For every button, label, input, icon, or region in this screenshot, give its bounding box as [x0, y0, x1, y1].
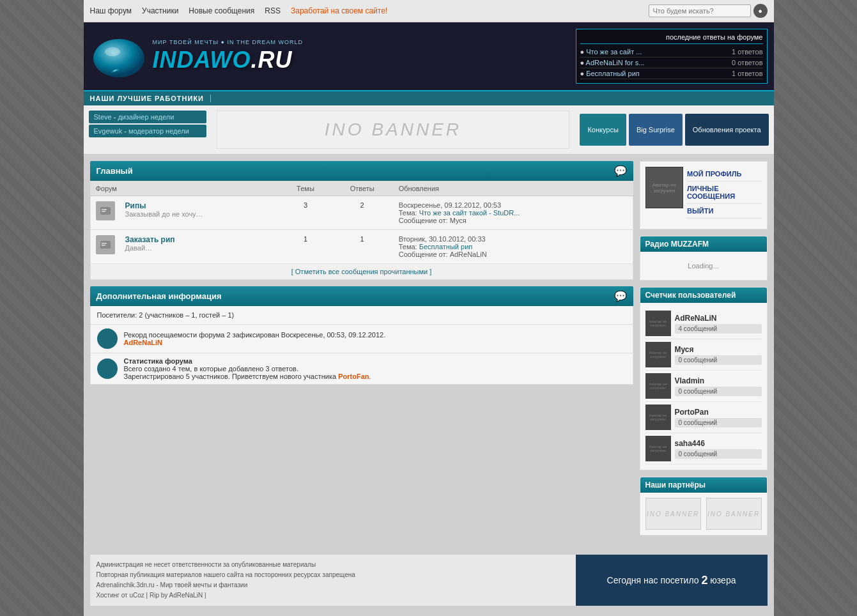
col-forum: Форум	[90, 181, 280, 196]
user-avatar-1: Аватар не загружен	[645, 342, 671, 367]
recent-item-text-1: ● AdReNaLiN for s...	[580, 59, 645, 66]
main-section-title: Главный	[97, 166, 133, 176]
worker-designer-role: дизайнер недели	[118, 113, 174, 121]
user-avatar-3: Аватар не загружен	[645, 404, 671, 430]
additional-info-section: Дополнительная информация 💬 Посетители: …	[90, 286, 633, 385]
workers-row: Steve - дизайнер недели Evgewuk - модера…	[84, 105, 774, 155]
forum-replies-1: 1	[331, 230, 394, 264]
stats-icon	[97, 358, 118, 379]
nav-new-messages[interactable]: Новые сообщения	[189, 6, 254, 15]
nav-members[interactable]: Участники	[142, 6, 178, 15]
stats-text: Статистика форума Всего создано 4 тем, в…	[124, 357, 371, 380]
record-icon	[97, 328, 118, 349]
user-counter-card: Счетчик пользователей Аватар не загружен…	[640, 287, 768, 470]
recent-item-2: ● Бесплатный рип 1 ответов	[580, 68, 763, 79]
search-button[interactable]: ●	[753, 4, 768, 18]
col-replies: Ответы	[331, 181, 394, 196]
site-header: МИР ТВОЕЙ МЕЧТЫ ● IN THE DREAM WORLD IND…	[84, 22, 774, 90]
additional-section-title: Дополнительная информация	[97, 291, 222, 301]
workers-title: НАШИ ЛУЧШИЕ РАБОТНИКИ	[90, 95, 212, 102]
chat-icon: 💬	[614, 165, 627, 177]
contests-button[interactable]: Конкурсы	[580, 114, 626, 146]
user-item-1: Аватар не загружен Муся 0 сообщений	[645, 339, 762, 371]
post-from-1: Сообщение от: AdReNaLiN	[399, 250, 628, 258]
user-info-2: Vladmin 0 сообщений	[675, 376, 762, 396]
recent-panel-title: последние ответы на форуме	[580, 33, 763, 44]
forum-desc-1: Давай…	[125, 244, 275, 252]
forum-name-0: Рипы	[125, 201, 275, 210]
partner-banner-1: INO BANNER	[706, 498, 762, 530]
footer-site: Adrenalinchik.3dn.ru - Мир твоей мечты и…	[97, 580, 569, 590]
user-avatar-2: Аватар не загружен	[645, 373, 671, 399]
user-messages-3: 0 сообщений	[675, 418, 762, 427]
search-input[interactable]	[649, 4, 751, 17]
logo-area: МИР ТВОЕЙ МЕЧТЫ ● IN THE DREAM WORLD IND…	[90, 34, 303, 79]
recent-panel: последние ответы на форуме ● Что же за с…	[576, 29, 768, 84]
table-row: Рипы Заказывай до не хочу… 3 2 Воскресен…	[90, 196, 633, 230]
post-from-0: Сообщение от: Муся	[399, 217, 628, 224]
svg-point-1	[105, 47, 120, 56]
nav-our-forum[interactable]: Наш форум	[90, 6, 132, 15]
forum-info-0: Рипы Заказывай до не хочу…	[120, 196, 281, 230]
user-name-3: PortoPan	[675, 408, 762, 417]
recent-item-1: ● AdReNaLiN for s... 0 ответов	[580, 58, 763, 68]
forum-topics-1: 1	[280, 230, 330, 264]
forum-info-1: Заказать рип Давай…	[120, 230, 281, 264]
post-date-0: Воскресенье, 09.12.2012, 00:53	[399, 201, 628, 209]
svg-point-0	[93, 39, 144, 77]
logo-subtitle: МИР ТВОЕЙ МЕЧТЫ ● IN THE DREAM WORLD	[153, 39, 303, 45]
footer-visitors-count: 2	[701, 574, 707, 587]
updates-button[interactable]: Обновления проекта	[685, 114, 769, 146]
footer-visitors-unit: юзера	[710, 575, 736, 585]
search-bar: ●	[649, 4, 768, 18]
footer-disclaimer: Администрация не несет ответственности з…	[97, 560, 569, 570]
big-surprise-button[interactable]: Big Surprise	[629, 114, 683, 146]
action-buttons: Конкурсы Big Surprise Обновления проекта	[575, 105, 773, 154]
user-messages-1: 0 сообщений	[675, 355, 762, 365]
profile-avatar: Аватар не загружен	[645, 167, 684, 208]
user-item-3: Аватар не загружен PortoPan 0 сообщений	[645, 402, 762, 433]
radio-card-header: Радио MUZZAFM	[640, 236, 767, 252]
svg-rect-5	[102, 211, 105, 212]
profile-card-body: Аватар не загружен МОЙ ПРОФИЛЬ ЛИЧНЫЕ СО…	[640, 162, 767, 229]
sidebar: Аватар не загружен МОЙ ПРОФИЛЬ ЛИЧНЫЕ СО…	[640, 161, 768, 542]
record-user-link[interactable]: AdReNaLiN	[124, 339, 163, 346]
stats-row: Статистика форума Всего создано 4 тем, в…	[90, 353, 633, 385]
footer-visitors-today: Сегодня нас посетило	[607, 575, 699, 585]
user-counter-header: Счетчик пользователей	[640, 288, 767, 303]
nav-rss[interactable]: RSS	[265, 6, 281, 15]
worker-moderator-name: Evgewuk	[94, 127, 123, 135]
col-updates: Обновления	[394, 181, 633, 196]
top-navigation: Наш форум Участники Новые сообщения RSS …	[84, 0, 774, 22]
recent-item-count-1: 0 ответов	[732, 59, 762, 66]
mark-read-link[interactable]: [ Отметить все сообщения прочитанными ]	[291, 268, 432, 275]
radio-loading: Loading...	[645, 257, 762, 275]
user-info-0: AdReNaLiN 4 сообщений	[675, 314, 762, 334]
mark-read-bar: [ Отметить все сообщения прочитанными ]	[90, 264, 633, 280]
svg-rect-8	[102, 245, 105, 246]
forum-table: Форум Темы Ответы Обновления	[90, 181, 633, 264]
user-messages-2: 0 сообщений	[675, 387, 762, 396]
nav-links: Наш форум Участники Новые сообщения RSS …	[90, 6, 388, 15]
recent-item-0: ● Что же за сайт ... 1 ответов	[580, 47, 763, 58]
profile-link-logout: ВЫЙТИ	[687, 204, 761, 219]
additional-chat-icon: 💬	[614, 290, 627, 302]
nav-earn[interactable]: Заработай на своем сайте!	[291, 6, 387, 15]
main-content: Главный 💬 Форум Темы Ответы Обновления	[84, 155, 774, 548]
profile-link-my-profile: МОЙ ПРОФИЛЬ	[687, 167, 761, 181]
partner-banner-0: INO BANNER	[645, 498, 701, 530]
additional-section-header: Дополнительная информация 💬	[90, 286, 633, 306]
user-avatar-0: Аватар не загружен	[645, 311, 671, 336]
user-avatar-4: Аватар не загружен	[645, 436, 671, 461]
forum-name-1: Заказать рип	[125, 235, 275, 244]
radio-card-body: Loading...	[640, 252, 767, 280]
user-name-0: AdReNaLiN	[675, 314, 762, 323]
svg-rect-7	[102, 243, 107, 244]
main-banner: INO BANNER	[217, 111, 570, 149]
new-user-link[interactable]: PortoFan	[338, 373, 369, 380]
user-name-4: saha446	[675, 439, 762, 448]
record-text: Рекорд посещаемости форума 2 зафиксирова…	[124, 331, 386, 346]
user-info-4: saha446 0 сообщений	[675, 439, 762, 459]
footer-copyright: Повторная публикация материалов нашего с…	[97, 570, 569, 580]
user-item-0: Аватар не загружен AdReNaLiN 4 сообщений	[645, 308, 762, 339]
